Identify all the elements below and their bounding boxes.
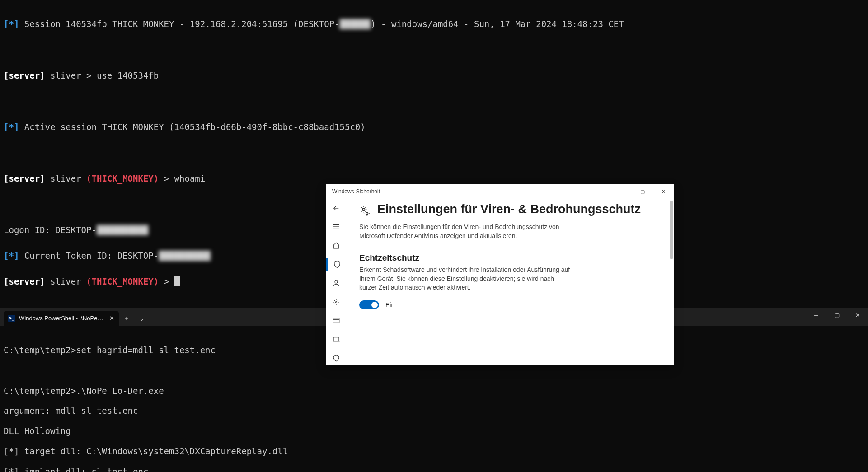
home-icon[interactable] xyxy=(326,239,346,252)
toggle-label: Ein xyxy=(385,301,394,308)
svg-point-10 xyxy=(366,212,368,214)
tab-close-button[interactable]: ✕ xyxy=(109,315,114,322)
winsec-window-controls: ─ ▢ ✕ xyxy=(611,185,674,198)
winsec-title-label: Windows-Sicherheit xyxy=(332,188,380,195)
scrollbar[interactable] xyxy=(670,201,673,259)
cursor xyxy=(174,276,180,286)
minimize-button[interactable]: ─ xyxy=(806,308,826,322)
winsec-maximize-button[interactable]: ▢ xyxy=(632,185,653,198)
svg-point-3 xyxy=(335,280,338,283)
svg-rect-5 xyxy=(333,318,339,323)
sliver-prompt-use: [server] sliver > use 140534fb xyxy=(4,69,864,82)
ps-line: DLL Hollowing xyxy=(4,426,864,436)
account-icon[interactable] xyxy=(326,276,346,290)
blank-line xyxy=(4,146,864,159)
toggle-knob xyxy=(371,302,378,308)
winsec-heading: Einstellungen für Viren- & Bedrohungssch… xyxy=(377,201,641,217)
toggle-row: Ein xyxy=(359,300,661,309)
winsec-body: Einstellungen für Viren- & Bedrohungssch… xyxy=(326,199,674,365)
realtime-protection-toggle[interactable] xyxy=(359,300,379,309)
tab-dropdown-button[interactable]: ⌄ xyxy=(134,311,150,326)
back-button[interactable] xyxy=(326,201,346,215)
shield-icon[interactable] xyxy=(326,258,346,271)
winsec-close-button[interactable]: ✕ xyxy=(653,185,674,198)
winsec-section-heading: Echtzeitschutz xyxy=(359,253,661,263)
device-security-icon[interactable] xyxy=(326,333,346,346)
winsec-section-description: Erkennt Schadsoftware und verhindert ihr… xyxy=(359,266,572,292)
sliver-session-line: [*] Session 140534fb THICK_MONKEY - 192.… xyxy=(4,18,864,31)
firewall-icon[interactable] xyxy=(326,295,346,309)
settings-gear-icon xyxy=(359,205,371,217)
svg-rect-7 xyxy=(333,337,339,341)
blank-line xyxy=(4,95,864,108)
ps-line: [*] target dll: C:\Windows\system32\DXCa… xyxy=(4,446,864,456)
ps-line: [*] implant dll: sl_test.enc xyxy=(4,467,864,472)
svg-point-9 xyxy=(362,208,365,210)
window-controls: ─ ▢ ✕ xyxy=(806,308,868,322)
ps-line xyxy=(4,365,864,375)
svg-point-4 xyxy=(336,301,337,303)
windows-security-window: Windows-Sicherheit ─ ▢ ✕ xyxy=(326,184,674,365)
device-health-icon[interactable] xyxy=(326,352,346,365)
winsec-minimize-button[interactable]: ─ xyxy=(611,185,632,198)
powershell-icon: >_ xyxy=(8,315,15,322)
close-window-button[interactable]: ✕ xyxy=(847,308,868,322)
hamburger-menu-icon[interactable] xyxy=(326,220,346,234)
winsec-content: Einstellungen für Viren- & Bedrohungssch… xyxy=(347,199,674,365)
blank-line xyxy=(4,43,864,56)
winsec-title-bar[interactable]: Windows-Sicherheit ─ ▢ ✕ xyxy=(326,184,674,199)
winsec-description: Sie können die Einstellungen für den Vir… xyxy=(359,223,572,240)
app-browser-icon[interactable] xyxy=(326,314,346,327)
winsec-nav xyxy=(326,199,347,365)
sliver-active-line: [*] Active session THICK_MONKEY (140534f… xyxy=(4,121,864,134)
winsec-heading-row: Einstellungen für Viren- & Bedrohungssch… xyxy=(359,201,661,217)
ps-line: C:\temp\temp2>.\NoPe_Lo-Der.exe xyxy=(4,386,864,396)
maximize-button[interactable]: ▢ xyxy=(826,308,847,322)
new-tab-button[interactable]: ＋ xyxy=(119,311,134,326)
ps-line: argument: mdll sl_test.enc xyxy=(4,406,864,416)
tab-title: Windows PowerShell - .\NoPe… xyxy=(19,315,103,322)
terminal-tab-active[interactable]: >_ Windows PowerShell - .\NoPe… ✕ xyxy=(4,311,119,326)
sliver-prompt-whoami: [server] sliver (THICK_MONKEY) > whoami xyxy=(4,172,864,185)
